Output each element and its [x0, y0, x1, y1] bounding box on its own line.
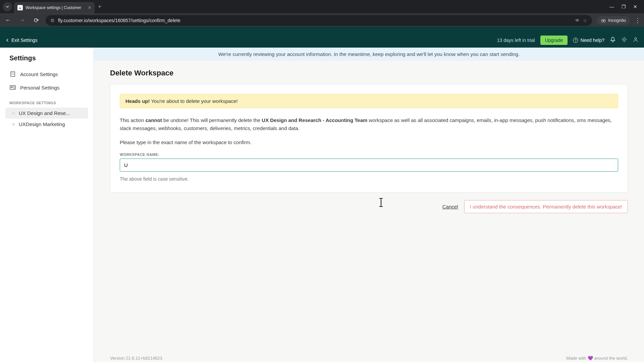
user-icon[interactable]: [633, 37, 639, 44]
sidebar-workspace-item[interactable]: UX Design and Rese...: [5, 108, 88, 119]
action-row: Cancel I understand the consequences. Pe…: [110, 200, 628, 213]
url-field[interactable]: ⚙ fly.customer.io/workspaces/160857/sett…: [46, 15, 592, 26]
browser-chrome: ▸ Workspace settings | Customer ✕ + ― ❐ …: [0, 0, 644, 27]
sidebar-item-label: Personal Settings: [20, 85, 60, 90]
bell-icon[interactable]: [610, 37, 616, 44]
body-paragraph: Please type in the exact name of the wor…: [120, 138, 618, 146]
tab-close-icon[interactable]: ✕: [88, 5, 91, 10]
gear-icon[interactable]: [621, 37, 627, 44]
help-link[interactable]: ? Need help?: [573, 38, 604, 43]
heart-icon: 💜: [588, 356, 593, 361]
exit-settings-link[interactable]: Exit Settings: [5, 38, 38, 43]
sidebar-item-account-settings[interactable]: Account Settings: [0, 67, 94, 81]
delete-card: Heads up! You're about to delete your wo…: [110, 84, 628, 193]
svg-point-5: [635, 38, 637, 40]
svg-point-0: [601, 20, 603, 22]
body-paragraph: This action cannot be undone! This will …: [120, 116, 618, 132]
tab-favicon: ▸: [17, 5, 23, 10]
url-text: fly.customer.io/workspaces/160857/settin…: [58, 18, 572, 23]
sidebar-workspace-label: UXDesign Marketing: [19, 121, 65, 127]
sidebar: Settings Account Settings Personal Setti…: [0, 48, 94, 362]
page-title: Delete Workspace: [110, 69, 628, 77]
svg-point-1: [603, 20, 605, 22]
main: We're currently reviewing your account i…: [94, 48, 644, 362]
eye-off-icon[interactable]: 👁: [575, 18, 580, 23]
warning-banner: Heads up! You're about to delete your wo…: [120, 94, 618, 108]
chevron-left-icon: [5, 38, 9, 42]
help-icon: ?: [573, 38, 578, 43]
address-bar: ← → ⟳ ⚙ fly.customer.io/workspaces/16085…: [0, 13, 644, 27]
warning-text: You're about to delete your workspace!: [150, 98, 238, 104]
svg-point-4: [623, 39, 625, 41]
svg-text:?: ?: [575, 39, 577, 42]
chevron-down-icon: [5, 5, 9, 9]
info-banner: We're currently reviewing your account i…: [94, 48, 644, 61]
tab-title: Workspace settings | Customer: [25, 5, 85, 10]
maximize-icon[interactable]: ❐: [622, 4, 626, 9]
reload-button[interactable]: ⟳: [32, 17, 41, 24]
minimize-icon[interactable]: ―: [609, 4, 614, 9]
workspace-name-input[interactable]: [120, 159, 618, 172]
browser-tab[interactable]: ▸ Workspace settings | Customer ✕: [14, 2, 95, 13]
tab-search-dropdown[interactable]: [3, 2, 12, 11]
back-button[interactable]: ←: [3, 17, 13, 24]
tab-bar: ▸ Workspace settings | Customer ✕ + ― ❐ …: [0, 0, 644, 13]
svg-rect-7: [10, 85, 15, 89]
page-content: Delete Workspace Heads up! You're about …: [94, 61, 644, 362]
incognito-badge[interactable]: Incognito: [597, 16, 630, 25]
field-label: WORKSPACE NAME:: [120, 153, 618, 157]
browser-menu-icon[interactable]: ⋮: [635, 17, 641, 24]
footer: Version 21.6.11+b8214623 Made with 💜 aro…: [94, 353, 644, 362]
app: Exit Settings 13 days left in trial Upgr…: [0, 27, 644, 362]
site-info-icon[interactable]: ⚙: [50, 18, 55, 23]
app-body: Settings Account Settings Personal Setti…: [0, 48, 644, 362]
warning-strong: Heads up!: [125, 98, 150, 104]
user-card-icon: [9, 84, 16, 91]
new-tab-button[interactable]: +: [98, 3, 102, 10]
footer-tagline: Made with 💜 around the world.: [566, 356, 628, 361]
close-window-icon[interactable]: ✕: [633, 4, 637, 9]
svg-point-8: [11, 86, 12, 88]
bookmark-icon[interactable]: ☆: [583, 18, 587, 23]
sidebar-workspace-label: UX Design and Rese...: [19, 110, 70, 116]
version-text: Version 21.6.11+b8214623: [110, 356, 162, 361]
window-controls: ― ❐ ✕: [609, 4, 641, 9]
forward-button[interactable]: →: [17, 17, 27, 24]
confirm-delete-button[interactable]: I understand the consequences. Permanent…: [464, 200, 628, 213]
sidebar-workspace-item[interactable]: UXDesign Marketing: [5, 119, 88, 130]
app-header: Exit Settings 13 days left in trial Upgr…: [0, 33, 644, 48]
cancel-link[interactable]: Cancel: [442, 204, 458, 209]
trial-text: 13 days left in trial: [497, 38, 535, 43]
sidebar-section-label: WORKSPACE SETTINGS: [0, 94, 94, 108]
incognito-icon: [601, 18, 606, 23]
sidebar-item-label: Account Settings: [20, 71, 58, 77]
svg-rect-6: [11, 72, 15, 76]
upgrade-button[interactable]: Upgrade: [540, 36, 568, 45]
field-hint: The above field is case sensitive.: [120, 176, 618, 182]
app-topbar-strip: [0, 27, 644, 33]
sidebar-title: Settings: [0, 54, 94, 67]
building-icon: [9, 71, 16, 77]
sidebar-item-personal-settings[interactable]: Personal Settings: [0, 81, 94, 94]
